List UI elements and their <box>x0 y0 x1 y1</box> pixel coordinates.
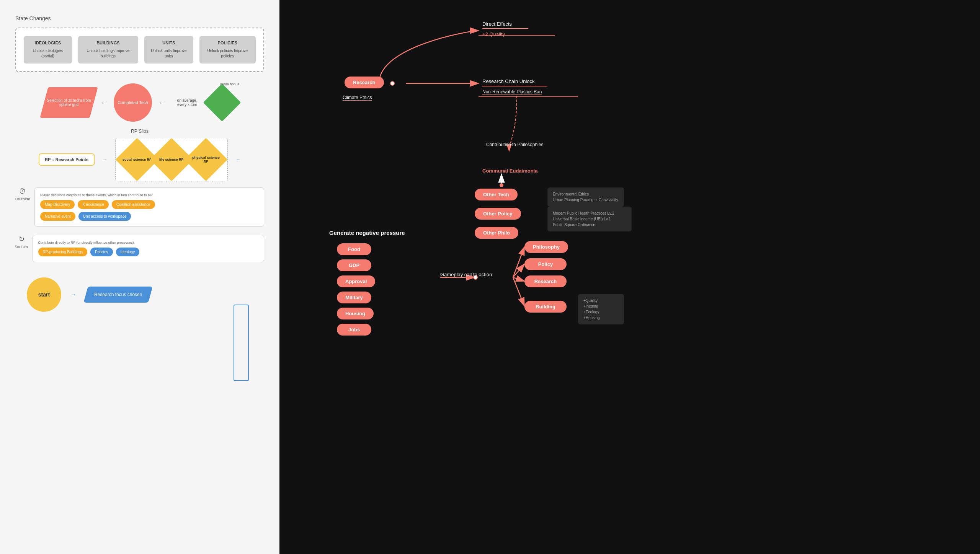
policies-btn[interactable]: Policies <box>90 248 113 256</box>
life-science-label: life science RP <box>159 158 184 161</box>
ideologies-body: Unlock ideologies (partial) <box>30 48 66 59</box>
direct-effects-sublabel: +2 Quality <box>482 31 528 37</box>
buildings-title: BUILDINGS <box>84 41 132 45</box>
start-label: start <box>38 292 50 298</box>
svg-point-3 <box>500 183 503 187</box>
state-card-ideologies: IDEOLOGIES Unlock ideologies (partial) <box>24 36 72 64</box>
policy-node[interactable]: Policy <box>524 258 567 270</box>
selection-diamond: Selection of 3x techs from sphere grid <box>40 87 98 118</box>
research-chain-label: Research Chain Unlock Non-Renewable Plas… <box>482 78 547 95</box>
on-event-description: Player decisions contribute to these eve… <box>40 193 258 197</box>
social-science-label: social science RP <box>122 158 152 161</box>
research-label: Research <box>353 80 376 85</box>
policy-label: Policy <box>538 261 553 267</box>
gameplay-cta-label: Gameplay call to action <box>440 272 492 277</box>
research-output-label: Research <box>534 279 557 284</box>
start-node: start <box>27 277 61 312</box>
communal-eudaimonia-label: Communal Eudaimonia <box>482 156 537 174</box>
generate-pressure-title: Generate negative pressure <box>329 230 405 236</box>
k-assistance-btn[interactable]: K assistance <box>78 200 109 209</box>
other-philo-label: Other Philo <box>483 230 510 236</box>
selection-text: Selection of 3x techs from sphere grid <box>44 97 94 108</box>
contribution-label: Contribution to Philosophies <box>486 142 543 148</box>
moda-bonus-diamond <box>203 84 241 122</box>
food-node[interactable]: Food <box>337 243 371 255</box>
on-turn-label: On Turn <box>15 245 28 249</box>
other-policy-label: Other Policy <box>483 211 513 217</box>
map-discovery-btn[interactable]: Map Discovery <box>40 200 75 209</box>
building-info-box: +Quality +Income +Ecology +Housing <box>578 294 624 324</box>
direct-effects-text: Direct Effects <box>482 21 528 27</box>
policies-title: POLICIES <box>206 41 250 45</box>
state-card-policies: POLICIES Unlock policies Improve policie… <box>199 36 256 64</box>
units-body: Unlock units Improve units <box>150 48 187 59</box>
state-changes-box: IDEOLOGIES Unlock ideologies (partial) B… <box>15 28 264 72</box>
rp-silos-section: RP Silos RP = Research Points → social s… <box>15 129 264 181</box>
other-policy-node[interactable]: Other Policy <box>475 208 521 220</box>
right-panel: Direct Effects +2 Quality Research Clima… <box>279 0 980 554</box>
state-cards: IDEOLOGIES Unlock ideologies (partial) B… <box>24 36 256 64</box>
left-panel: State Changes IDEOLOGIES Unlock ideologi… <box>0 0 279 554</box>
on-avg-box: on average, every x turn <box>172 98 203 107</box>
jobs-node[interactable]: Jobs <box>337 324 371 336</box>
approval-label: Approval <box>345 279 367 284</box>
rp-label: RP = Research Points <box>39 153 95 166</box>
philosophy-label: Philosophy <box>533 244 560 250</box>
buildings-body: Unlock buildings Improve buildings <box>84 48 132 59</box>
on-turn-description: Contribute directly to RP (or directly i… <box>38 241 258 244</box>
policies-body: Unlock policies Improve policies <box>206 48 250 59</box>
ideologies-title: IDEOLOGIES <box>30 41 66 45</box>
state-card-units: UNITS Unlock units Improve units <box>144 36 193 64</box>
arrows-svg <box>279 0 980 554</box>
on-event-label: On-Event <box>15 197 30 201</box>
military-node[interactable]: Military <box>337 292 371 303</box>
right-content: Direct Effects +2 Quality Research Clima… <box>279 0 980 554</box>
moda-bonus-label: moda bonus <box>220 82 239 86</box>
info-box-1: Environmental Ethics Urban Planning Para… <box>547 187 624 207</box>
housing-label: Housing <box>345 311 365 316</box>
military-label: Military <box>345 295 363 300</box>
research-focus-text: Research focus chosen <box>94 292 142 297</box>
other-philo-node[interactable]: Other Philo <box>475 227 518 239</box>
on-turn-section: Contribute directly to RP (or directly i… <box>33 235 264 262</box>
unit-access-btn[interactable]: Unit access to workspace <box>78 212 131 221</box>
philosophy-node[interactable]: Philosophy <box>524 241 568 253</box>
physical-science-silo: physical science RP <box>184 138 227 181</box>
on-event-section: Player decisions contribute to these eve… <box>34 187 264 226</box>
other-tech-label: Other Tech <box>483 192 509 197</box>
climate-ethics-label: Climate Ethics <box>343 95 372 100</box>
approval-node[interactable]: Approval <box>337 275 375 287</box>
building-label: Building <box>536 304 555 310</box>
food-label: Food <box>348 246 360 252</box>
completed-tech: Completed Tech <box>114 83 152 122</box>
direct-effects-label: Direct Effects +2 Quality <box>482 21 528 37</box>
rp-buildings-btn[interactable]: RP-producing Buildings <box>38 248 88 256</box>
other-tech-node[interactable]: Other Tech <box>475 189 518 200</box>
rp-silos-title: RP Silos <box>15 129 264 134</box>
on-avg-text: on average, every x turn <box>177 98 198 107</box>
units-title: UNITS <box>150 41 187 45</box>
state-changes-title: State Changes <box>15 15 264 21</box>
coalition-btn[interactable]: Coalition assistance <box>112 200 155 209</box>
research-node[interactable]: Research <box>345 77 384 88</box>
building-node[interactable]: Building <box>524 301 567 313</box>
ideology-btn[interactable]: Ideology <box>116 248 140 256</box>
gdp-label: GDP <box>349 262 359 268</box>
physical-science-label: physical science RP <box>191 156 221 163</box>
state-card-buildings: BUILDINGS Unlock buildings Improve build… <box>78 36 138 64</box>
info-box-2: Modern Public Health Practices Lv.2 Univ… <box>547 207 632 231</box>
jobs-label: Jobs <box>348 327 360 332</box>
research-output-node[interactable]: Research <box>524 275 567 287</box>
gdp-node[interactable]: GDP <box>337 259 371 271</box>
research-focus-btn[interactable]: Research focus chosen <box>83 287 153 303</box>
narrative-event-btn[interactable]: Narrative event <box>40 212 75 221</box>
svg-point-2 <box>390 81 394 85</box>
housing-node[interactable]: Housing <box>337 308 374 319</box>
completed-tech-label: Completed Tech <box>118 100 148 105</box>
